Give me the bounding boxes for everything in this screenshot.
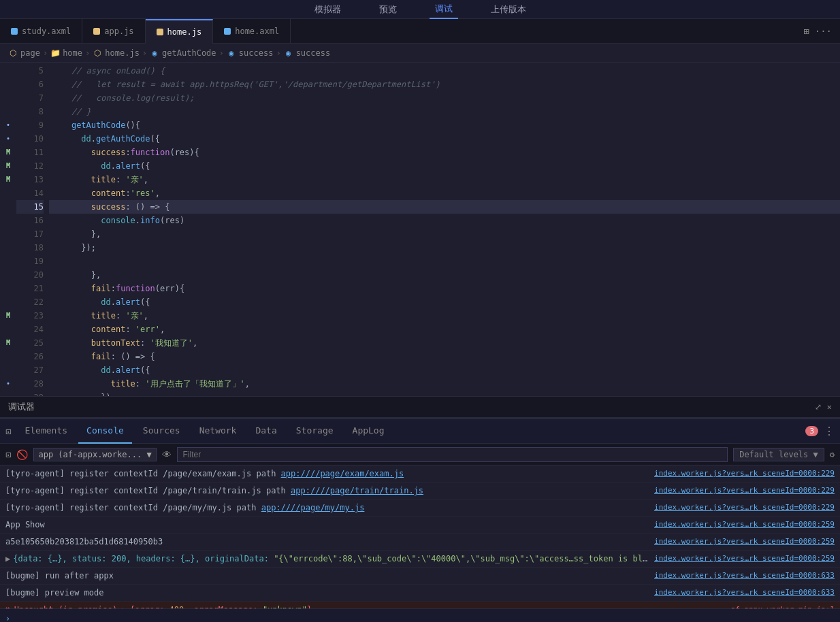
log-row-0: [tyro-agent] register contextId /page/ex… bbox=[0, 465, 840, 482]
log-link-2[interactable]: index.worker.js?vers…rk sceneId=0000:229 bbox=[649, 501, 835, 514]
console-clear-icon[interactable]: 🚫 bbox=[16, 449, 28, 460]
gutter-24 bbox=[0, 323, 16, 336]
console-log[interactable]: [tyro-agent] register contextId /page/ex… bbox=[0, 465, 840, 608]
gutter-13: M bbox=[0, 173, 16, 186]
tab-applog[interactable]: AppLog bbox=[344, 419, 393, 444]
tab-sources[interactable]: Sources bbox=[135, 419, 189, 444]
ln-25: 25 bbox=[16, 336, 44, 350]
menu-simulator[interactable]: 模拟器 bbox=[309, 1, 346, 18]
log-link-5[interactable]: index.worker.js?vers…rk sceneId=0000:259 bbox=[649, 552, 835, 566]
debug-toolbar-actions: ⤢ ✕ bbox=[815, 402, 832, 412]
tab-data[interactable]: Data bbox=[247, 419, 285, 444]
log-text-0: [tyro-agent] register contextId /page/ex… bbox=[5, 467, 649, 480]
ln-13: 13 bbox=[16, 173, 44, 186]
code-content[interactable]: // async onLoad() { // let result = awai… bbox=[49, 63, 840, 396]
log-link-bugme2[interactable]: index.worker.js?vers…rk sceneId=0000:633 bbox=[649, 586, 835, 600]
code-line-21: fail:function(err){ bbox=[49, 282, 840, 295]
tab-grid-icon[interactable]: ⊞ bbox=[803, 26, 809, 37]
gutter-21 bbox=[0, 282, 16, 295]
console-app-label[interactable]: app (af-appx.worke... ▼ bbox=[33, 448, 156, 461]
log-link-3[interactable]: index.worker.js?vers…rk sceneId=0000:259 bbox=[649, 518, 835, 531]
ln-15: 15 bbox=[16, 200, 44, 214]
gutter-9 bbox=[0, 118, 16, 132]
code-line-11: success:function(res){ bbox=[49, 146, 840, 159]
ln-29: 29 bbox=[16, 391, 44, 396]
settings-icon[interactable]: ⚙ bbox=[830, 450, 835, 459]
error-icon-1: ✖ bbox=[5, 603, 10, 608]
log-row-1: [tyro-agent] register contextId /page/tr… bbox=[0, 482, 840, 500]
gutter-7 bbox=[0, 91, 16, 105]
log-link-1[interactable]: index.worker.js?vers…rk sceneId=0000:229 bbox=[649, 484, 835, 497]
breadcrumb-fn-icon: ◉ bbox=[150, 48, 159, 58]
expand-icon[interactable]: ⤢ bbox=[815, 402, 822, 412]
console-level-select[interactable]: Default levels ▼ bbox=[733, 448, 824, 461]
tab-network[interactable]: Network bbox=[191, 419, 245, 444]
log-row-bugme2: [bugme] preview mode index.worker.js?ver… bbox=[0, 585, 840, 602]
tab-study[interactable]: study.axml bbox=[0, 19, 82, 44]
breadcrumb-success1: success bbox=[239, 48, 274, 58]
log-link-4[interactable]: index.worker.js?vers…rk sceneId=0000:259 bbox=[649, 535, 835, 549]
devtools-tabs: ⊡ Elements Console Sources Network Data … bbox=[0, 419, 840, 444]
tab-console[interactable]: Console bbox=[78, 419, 132, 444]
log-link-bugme1[interactable]: index.worker.js?vers…rk sceneId=0000:633 bbox=[649, 569, 835, 583]
gutter-28 bbox=[0, 377, 16, 391]
ln-11: 11 bbox=[16, 146, 44, 159]
tab-home-js[interactable]: home.js bbox=[146, 19, 214, 44]
devtools-tab-actions: 3 ⋮ bbox=[805, 425, 835, 438]
tab-home-axml[interactable]: home.axml bbox=[213, 19, 291, 44]
gutter-5 bbox=[0, 64, 16, 78]
ln-14: 14 bbox=[16, 186, 44, 200]
tab-elements[interactable]: Elements bbox=[16, 419, 76, 444]
code-line-27: dd.alert({ bbox=[49, 363, 840, 377]
devtools-more-icon[interactable]: ⋮ bbox=[824, 425, 835, 438]
gutter-8 bbox=[0, 105, 16, 118]
code-line-8: // } bbox=[49, 105, 840, 118]
log-row-5: ▶{data: {…}, status: 200, headers: {…}, … bbox=[0, 551, 840, 568]
log-text-1: [tyro-agent] register contextId /page/tr… bbox=[5, 484, 649, 497]
gutter-20 bbox=[0, 268, 16, 282]
gutter-25: M bbox=[0, 336, 16, 350]
ln-16: 16 bbox=[16, 214, 44, 227]
tab-bar: study.axml app.js home.js home.axml ⊞ ··… bbox=[0, 19, 840, 44]
console-eye-icon[interactable]: 👁 bbox=[162, 449, 172, 460]
code-line-16: console.info(res) bbox=[49, 214, 840, 227]
breadcrumb-page: page bbox=[20, 48, 40, 58]
breadcrumb-success1-icon: ◉ bbox=[227, 48, 236, 58]
debug-toolbar-label: 调试器 bbox=[8, 401, 35, 413]
gutter-22 bbox=[0, 295, 16, 309]
tab-actions: ⊞ ··· bbox=[803, 26, 840, 37]
devtools-icon-elements[interactable]: ⊡ bbox=[5, 426, 11, 437]
log-link-err1[interactable]: af-appx.worker.min.js:1 bbox=[726, 603, 835, 608]
tab-app[interactable]: app.js bbox=[82, 19, 145, 44]
console-input[interactable] bbox=[14, 614, 835, 623]
gutter-12: M bbox=[0, 159, 16, 173]
code-line-12: dd.alert({ bbox=[49, 159, 840, 173]
tab-more-icon[interactable]: ··· bbox=[815, 26, 832, 37]
ln-9: 9 bbox=[16, 118, 44, 132]
gutter-15 bbox=[0, 200, 16, 214]
debug-toolbar: 调试器 ⤢ ✕ bbox=[0, 396, 840, 418]
breadcrumb-success2: success bbox=[296, 48, 331, 58]
breadcrumb-file-icon: ⬡ bbox=[93, 48, 102, 58]
log-text-5: ▶{data: {…}, status: 200, headers: {…}, … bbox=[5, 552, 649, 566]
menu-preview[interactable]: 预览 bbox=[374, 1, 402, 18]
console-filter-input[interactable] bbox=[177, 447, 728, 462]
breadcrumb-home: home bbox=[63, 48, 82, 58]
code-line-13: title: '亲', bbox=[49, 173, 840, 186]
menu-upload[interactable]: 上传版本 bbox=[485, 1, 532, 18]
menu-debug[interactable]: 调试 bbox=[430, 0, 458, 19]
code-line-26: fail: () => { bbox=[49, 350, 840, 363]
gutter-23: M bbox=[0, 309, 16, 323]
tab-storage[interactable]: Storage bbox=[288, 419, 342, 444]
ln-17: 17 bbox=[16, 227, 44, 241]
ln-6: 6 bbox=[16, 78, 44, 91]
log-link-0[interactable]: index.worker.js?vers…rk sceneId=0000:229 bbox=[649, 467, 835, 480]
log-text-2: [tyro-agent] register contextId /page/my… bbox=[5, 501, 649, 514]
tab-home-js-icon bbox=[157, 29, 163, 35]
ln-22: 22 bbox=[16, 295, 44, 309]
close-icon[interactable]: ✕ bbox=[827, 402, 832, 412]
console-block-icon[interactable]: ⊡ bbox=[5, 449, 11, 460]
gutter-18 bbox=[0, 241, 16, 255]
tab-app-icon bbox=[93, 28, 100, 35]
gutter-6 bbox=[0, 78, 16, 91]
